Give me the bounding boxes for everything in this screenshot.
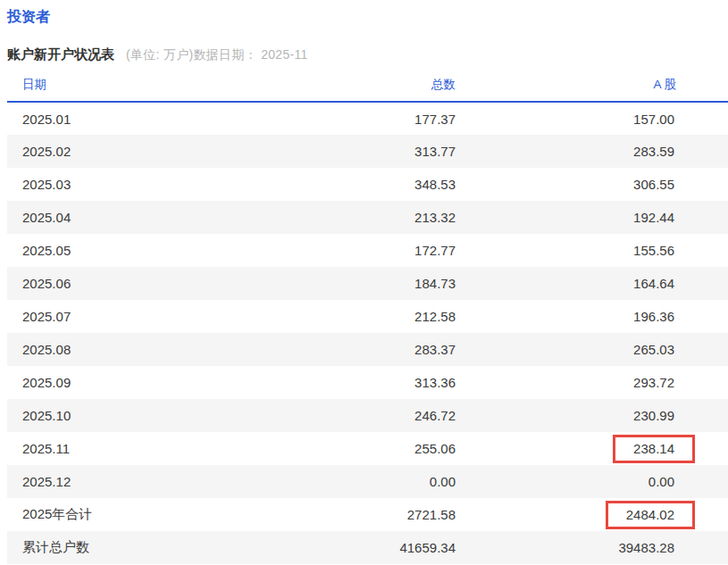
cell-total: 184.73 [186,267,456,300]
cell-a-share: 155.56 [456,234,728,267]
cell-total: 41659.34 [186,531,456,564]
cell-date: 2025.02 [7,135,186,168]
column-header-date: 日期 [7,77,186,102]
cell-date: 累计总户数 [7,531,186,564]
cell-date: 2025.06 [7,267,186,300]
table-row: 2025.08 283.37 265.03 [7,333,728,366]
highlight-box: 2484.02 [606,501,695,529]
cell-a-share: 164.64 [456,267,728,300]
cell-date: 2025.12 [7,465,186,498]
table-subtitle-row: 账户新开户状况表 (单位: 万户)数据日期： 2025-11 [7,46,728,63]
table-row: 2025.04 213.32 192.44 [7,201,728,234]
highlight-box: 238.14 [613,435,695,463]
cell-total: 313.77 [186,135,456,168]
table-row: 2025.10 246.72 230.99 [7,399,728,432]
cell-date: 2025年合计 [7,498,186,531]
table-title: 账户新开户状况表 [7,46,114,63]
column-header-a-share: A 股 [456,77,728,102]
cell-date: 2025.08 [7,333,186,366]
table-row: 2025.02 313.77 283.59 [7,135,728,168]
cell-date: 2025.04 [7,201,186,234]
cell-a-share: 238.14 [456,432,728,465]
cell-a-share: 283.59 [456,135,728,168]
cell-a-share: 192.44 [456,201,728,234]
page-title: 投资者 [7,9,728,25]
cell-total: 313.36 [186,366,456,399]
table-row: 累计总户数 41659.34 39483.28 [7,531,728,564]
cell-date: 2025.11 [7,432,186,465]
investor-data-page: 投资者 账户新开户状况表 (单位: 万户)数据日期： 2025-11 日期 总数… [0,9,728,565]
cell-total: 255.06 [186,432,456,465]
cell-date: 2025.09 [7,366,186,399]
cell-date: 2025.01 [7,102,186,135]
cell-a-share: 157.00 [456,102,728,135]
cell-total: 283.37 [186,333,456,366]
cell-total: 2721.58 [186,498,456,531]
table-row: 2025.11 255.06 238.14 [7,432,728,465]
cell-a-share: 306.55 [456,168,728,201]
cell-date: 2025.05 [7,234,186,267]
table-row: 2025年合计 2721.58 2484.02 [7,498,728,531]
cell-total: 212.58 [186,300,456,333]
cell-date: 2025.10 [7,399,186,432]
table-row: 2025.06 184.73 164.64 [7,267,728,300]
cell-a-share: 230.99 [456,399,728,432]
cell-a-share: 265.03 [456,333,728,366]
cell-date: 2025.03 [7,168,186,201]
cell-a-share: 293.72 [456,366,728,399]
cell-total: 172.77 [186,234,456,267]
cell-date: 2025.07 [7,300,186,333]
cell-total: 246.72 [186,399,456,432]
table-row: 2025.12 0.00 0.00 [7,465,728,498]
cell-a-share: 2484.02 [456,498,728,531]
table-body: 2025.01 177.37 157.00 2025.02 313.77 283… [7,102,728,564]
cell-a-share: 196.36 [456,300,728,333]
table-row: 2025.03 348.53 306.55 [7,168,728,201]
cell-a-share: 39483.28 [456,531,728,564]
table-unit-and-data-date: (单位: 万户)数据日期： 2025-11 [126,47,308,63]
table-header-row: 日期 总数 A 股 [7,77,728,102]
cell-total: 213.32 [186,201,456,234]
cell-total: 177.37 [186,102,456,135]
table-row: 2025.07 212.58 196.36 [7,300,728,333]
column-header-total: 总数 [186,77,456,102]
cell-total: 348.53 [186,168,456,201]
table-row: 2025.01 177.37 157.00 [7,102,728,135]
table-row: 2025.05 172.77 155.56 [7,234,728,267]
table-row: 2025.09 313.36 293.72 [7,366,728,399]
cell-a-share: 0.00 [456,465,728,498]
account-opening-table: 日期 总数 A 股 2025.01 177.37 157.00 2025.02 … [7,77,728,564]
cell-total: 0.00 [186,465,456,498]
